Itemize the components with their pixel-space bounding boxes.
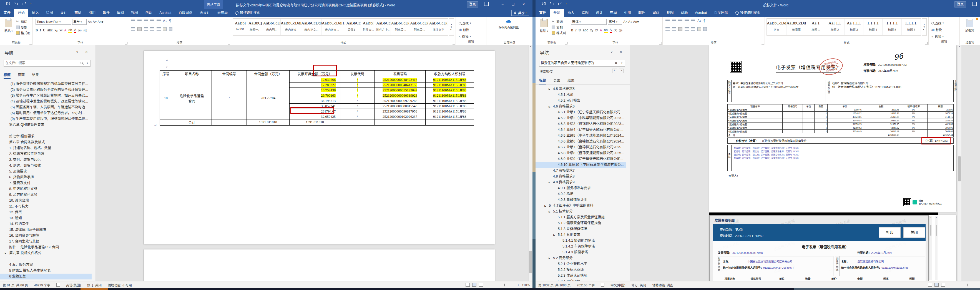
style-段落1[interactable]: 1. AaBbCc段落1 [342,19,361,35]
styles-dialog-launcher[interactable] [925,42,928,45]
style-无间隔[interactable]: AaBbCcDd无间隔 [786,19,806,35]
collapse-arrow-icon[interactable]: ◢ [549,255,550,261]
print-button[interactable]: 打印 [879,227,900,238]
nav-item[interactable]: 4.9.2 承诺 [536,191,626,197]
font-size-box[interactable]: 五号 ▾ [72,19,87,25]
multilevel-list-icon[interactable] [144,19,148,22]
tab-引用[interactable]: 引用 [620,9,635,17]
styles-gallery-more-icon[interactable]: ▲▼▾ [922,18,927,35]
invoice-number-cell[interactable]: 25212000000055123047 [374,88,426,93]
tab-引用[interactable]: 引用 [85,9,99,17]
nav-item[interactable]: 8. 甲方的权利义务 [0,186,92,192]
bullets-icon[interactable] [665,19,670,22]
verification-page[interactable]: 国家税务总局国家税务总局国家税务总局国家税务总局国家税务总局国家税务总局国家税务… [709,215,956,281]
nav-item[interactable]: 4.9.3 事故情况证明 [536,197,626,203]
borders-icon[interactable] [169,27,172,31]
decrease-indent-icon[interactable] [150,19,154,22]
add-ins-button[interactable]: 加载项 [963,19,976,33]
align-center-icon[interactable] [672,27,676,31]
align-justify-icon[interactable] [678,27,682,31]
collapse-arrow-icon[interactable]: ◢ [549,209,550,214]
style-附件大...[interactable]: AaBb(附件大... [361,19,376,35]
tab-绘图[interactable]: 绘图 [578,9,592,17]
collapse-arrow-icon[interactable]: ◢ [549,104,550,110]
amount-cell[interactable]: 33.052241 [290,104,340,109]
table-header[interactable]: 收款方纳税人识别号 [426,70,474,77]
word-count[interactable]: 782155 个字 [577,283,595,287]
style-标题 1[interactable]: Aa 1标题 1 [806,19,826,35]
undo-icon[interactable] [14,2,18,6]
tab-邮件[interactable]: 邮件 [99,9,113,17]
borders-icon[interactable] [703,27,707,31]
tab-绘图[interactable]: 绘图 [43,9,57,17]
amount-cell[interactable]: 29.700163 [290,93,340,98]
tab-视图[interactable]: 视图 [663,9,677,17]
style-附件左上...[interactable]: AaBbCc附件左上... [376,19,391,35]
table-header[interactable]: 发票开具金额（万元） [290,70,340,77]
qat-customize-icon[interactable]: ▾ [566,2,567,5]
nav-pane-close-icon[interactable]: ✕ [85,50,88,54]
nav-item[interactable]: 5.1.4.3 赔偿承诺 [536,249,626,255]
font-name-box[interactable]: 宋体 ▾ [571,19,606,25]
invoice-number-cell[interactable]: 25212000000060389923 [374,93,426,98]
nav-item[interactable]: 16. 合同变更与解除 [0,233,92,239]
format-painter-button[interactable]: 格式刷 [16,30,30,35]
paste-button[interactable]: 粘贴 ▾ [538,19,550,33]
nav-item[interactable]: 4.8 资格要求8 [536,174,626,180]
font-size-box[interactable]: 五号 ▾ [608,19,622,25]
nav-item[interactable]: (2) 服务商负责运输服务全过程的安全和环保管理... [0,87,92,93]
minimize-button[interactable]: − [497,0,508,9]
nav-item[interactable]: (4) 运输过程中发生的货物丢失、改变属性等情况... [0,99,92,104]
copy-button[interactable]: 复制 [16,24,30,30]
style-标题一、[interactable]: AaBbC(标题一、 [248,19,263,35]
nav-pane-dropdown-icon[interactable]: ∨ [76,50,78,54]
close-button[interactable]: 关闭 [904,227,925,238]
nav-item[interactable]: 5. 运输要求 [0,169,92,174]
bullets-icon[interactable] [131,19,135,22]
style-正文[interactable]: AaBbCcDd正文 [767,19,786,35]
nav-item[interactable]: ◢5.1.4 其他要求 [536,232,626,238]
clear-search-icon[interactable]: ✕ [615,60,617,66]
align-right-icon[interactable] [144,27,148,31]
tab-设计[interactable]: 设计 [57,9,71,17]
nav-tab-页面[interactable]: 页面 [18,72,25,79]
redo-icon[interactable] [558,2,562,6]
nav-item[interactable]: 第六章 QHSE管理要求 [0,122,92,128]
share-button[interactable]: 共享▾ [511,10,529,16]
table-header[interactable]: 发票号码 [374,70,426,77]
nav-item[interactable]: 11. 不可抗力 [0,204,92,209]
nav-tab-结果[interactable]: 结果 [568,78,574,85]
show-marks-icon[interactable]: ¶ [169,19,171,23]
nav-item[interactable]: (1) 服务商须办理国家规定的机动车交通事故责任... [0,81,92,87]
numbering-icon[interactable] [137,19,142,22]
style-标题 3[interactable]: Aa 1.1.1标题 3 [845,19,864,35]
find-button[interactable]: 查找 ▾ [459,20,471,26]
sort-icon[interactable]: A↓ [697,19,701,23]
read-mode-icon[interactable] [466,283,470,287]
tab-设计[interactable]: 设计 [592,9,606,17]
nav-item[interactable]: 13. 通知 [0,215,92,221]
left-document-next-page[interactable] [144,249,495,281]
page-indicator[interactable]: 第 81 页, 共 86 页 [3,283,28,287]
nav-item[interactable]: 第八章 合同条款及格式 [0,139,92,145]
tab-视图[interactable]: 视图 [127,9,142,17]
amount-cell[interactable]: 32.050425 [290,114,340,120]
undo-icon[interactable] [550,2,554,6]
nav-tab-标题[interactable]: 标题 [3,72,11,79]
tab-百度网盘[interactable]: 百度网盘 [710,9,732,17]
nav-item[interactable]: 7. 运费及支付 [0,180,92,186]
print-layout-icon[interactable] [934,283,939,287]
tab-开始[interactable]: 开始 [550,9,564,17]
nav-item[interactable]: 4.6.10 业绩10（中国石油昆仑物流有限公... [536,162,626,168]
right-vertical-scrollbar[interactable]: ▲ [957,45,961,281]
grow-shrink-font-icons[interactable]: A˄ A˅ Aa▾ [88,19,103,25]
font-format-icons[interactable]: B I U abᴄ x₂ x² AabAⒶ㊥ [35,27,87,33]
paste-button[interactable]: 粘贴 ▾ [2,19,15,33]
table-header[interactable]: 项目名称 [172,70,212,77]
nav-item[interactable]: 4.6.6 业绩6（盘锦恒达石化有限公司2024... [536,139,626,145]
nav-item[interactable]: (5) 因服务商车辆、人员原因，车辆运输不及时造... [0,104,92,110]
print-layout-icon[interactable] [472,283,476,287]
nav-item[interactable]: ◢4.9 资格要求9 [536,180,626,185]
styles-dialog-launcher[interactable] [452,42,455,45]
style-表内列...[interactable]: AaBbCcD表内列... [263,19,281,35]
